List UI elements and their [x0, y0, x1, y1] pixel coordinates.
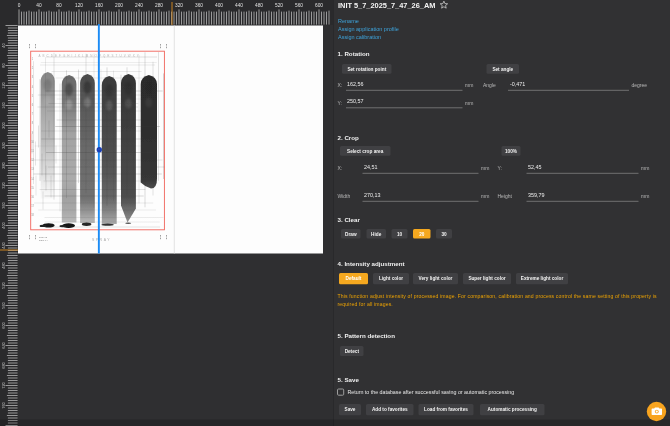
- svg-text:200: 200: [115, 3, 123, 8]
- svg-text:480: 480: [255, 3, 263, 8]
- svg-text:100%: 100%: [505, 149, 518, 154]
- svg-text:degree: degree: [632, 82, 648, 88]
- svg-text:320: 320: [1, 181, 6, 188]
- svg-text:4. Intensity adjustment: 4. Intensity adjustment: [338, 260, 405, 267]
- svg-text:Y:: Y:: [338, 100, 342, 106]
- svg-text:-0,471: -0,471: [510, 81, 525, 87]
- svg-text:Light color: Light color: [379, 276, 403, 281]
- svg-text:359,79: 359,79: [528, 192, 545, 198]
- svg-text:480: 480: [1, 261, 6, 268]
- svg-text:1. Rotation: 1. Rotation: [338, 50, 370, 57]
- svg-text:Hide: Hide: [371, 232, 382, 237]
- svg-text:Set rotation point: Set rotation point: [347, 67, 386, 72]
- svg-text:5. Pattern detection: 5. Pattern detection: [338, 332, 396, 339]
- svg-text:270,13: 270,13: [364, 192, 381, 198]
- svg-text:400: 400: [1, 221, 6, 228]
- svg-text:162,56: 162,56: [347, 81, 364, 87]
- svg-text:X:: X:: [338, 165, 343, 171]
- svg-text:400: 400: [215, 3, 223, 8]
- svg-text:2. Crop: 2. Crop: [338, 134, 360, 141]
- svg-text:250,57: 250,57: [347, 98, 364, 104]
- svg-text:240: 240: [135, 3, 143, 8]
- svg-text:5. Save: 5. Save: [338, 376, 360, 383]
- svg-text:Set angle: Set angle: [492, 67, 513, 72]
- svg-text:20: 20: [419, 232, 425, 237]
- svg-text:160: 160: [95, 3, 103, 8]
- svg-text:320: 320: [175, 3, 183, 8]
- svg-text:Assign application profile: Assign application profile: [338, 26, 399, 32]
- svg-text:Draw: Draw: [345, 232, 357, 237]
- svg-text:mm: mm: [465, 82, 473, 88]
- svg-text:mm: mm: [481, 193, 489, 199]
- svg-text:mm: mm: [641, 193, 649, 199]
- svg-text:mm: mm: [481, 165, 489, 171]
- svg-text:Width: Width: [338, 193, 351, 199]
- svg-text:560: 560: [1, 301, 6, 308]
- svg-text:760: 760: [1, 401, 6, 408]
- svg-text:120: 120: [1, 81, 6, 88]
- svg-text:DES 04: DES 04: [39, 239, 48, 242]
- svg-text:200: 200: [1, 121, 6, 128]
- svg-text:0: 0: [18, 3, 21, 8]
- svg-text:520: 520: [275, 3, 283, 8]
- svg-text:680: 680: [1, 361, 6, 368]
- svg-text:mm: mm: [465, 100, 473, 106]
- svg-text:52,45: 52,45: [528, 164, 542, 170]
- svg-text:Add to favorites: Add to favorites: [372, 407, 408, 412]
- svg-text:280: 280: [1, 161, 6, 168]
- svg-text:Angle: Angle: [483, 82, 496, 88]
- svg-text:Load from favorites: Load from favorites: [424, 407, 468, 412]
- svg-text:mm: mm: [641, 165, 649, 171]
- svg-text:240: 240: [1, 141, 6, 148]
- svg-text:40: 40: [1, 43, 6, 48]
- svg-text:600: 600: [1, 321, 6, 328]
- svg-text:360: 360: [195, 3, 203, 8]
- svg-text:600: 600: [315, 3, 323, 8]
- svg-text:Y:: Y:: [498, 165, 502, 171]
- svg-text:Default: Default: [346, 276, 362, 281]
- svg-text:720: 720: [1, 381, 6, 388]
- svg-text:This function adjust intensity: This function adjust intensity of proces…: [338, 293, 658, 299]
- svg-text:24,51: 24,51: [364, 164, 378, 170]
- svg-text:3. Clear: 3. Clear: [338, 216, 361, 223]
- svg-text:Very light color: Very light color: [419, 276, 453, 281]
- svg-text:Return to the database after s: Return to the database after successful …: [348, 389, 515, 395]
- svg-text:INIT 5_7_2025_7_47_26_AM: INIT 5_7_2025_7_47_26_AM: [338, 1, 435, 10]
- svg-text:Extreme light color: Extreme light color: [521, 276, 564, 281]
- svg-text:280: 280: [155, 3, 163, 8]
- svg-text:Save: Save: [345, 407, 356, 412]
- svg-text:120: 120: [75, 3, 83, 8]
- svg-text:required for all images.: required for all images.: [338, 301, 393, 307]
- svg-text:Rename: Rename: [338, 18, 359, 24]
- svg-text:Automatic processing: Automatic processing: [488, 407, 537, 412]
- svg-text:SPRAY: SPRAY: [92, 238, 111, 242]
- svg-text:80: 80: [1, 63, 6, 68]
- svg-text:30: 30: [441, 232, 447, 237]
- svg-text:640: 640: [1, 341, 6, 348]
- svg-text:440: 440: [1, 241, 6, 248]
- svg-text:40: 40: [36, 3, 42, 8]
- svg-text:560: 560: [295, 3, 303, 8]
- svg-text:80: 80: [56, 3, 62, 8]
- svg-text:X:: X:: [338, 82, 343, 88]
- svg-text:360: 360: [1, 201, 6, 208]
- svg-text:160: 160: [1, 101, 6, 108]
- svg-text:Super light color: Super light color: [468, 276, 505, 281]
- svg-text:440: 440: [235, 3, 243, 8]
- svg-text:520: 520: [1, 281, 6, 288]
- svg-text:Height: Height: [498, 193, 513, 199]
- svg-text:10: 10: [397, 232, 403, 237]
- svg-text:ABCDEFGHIJKLMNOPQRSTUVWXY: ABCDEFGHIJKLMNOPQRSTUVWXY: [39, 54, 141, 58]
- svg-text:Detect: Detect: [345, 349, 360, 354]
- svg-text:Assign calibration: Assign calibration: [338, 34, 381, 40]
- svg-text:Select crop area: Select crop area: [347, 149, 384, 154]
